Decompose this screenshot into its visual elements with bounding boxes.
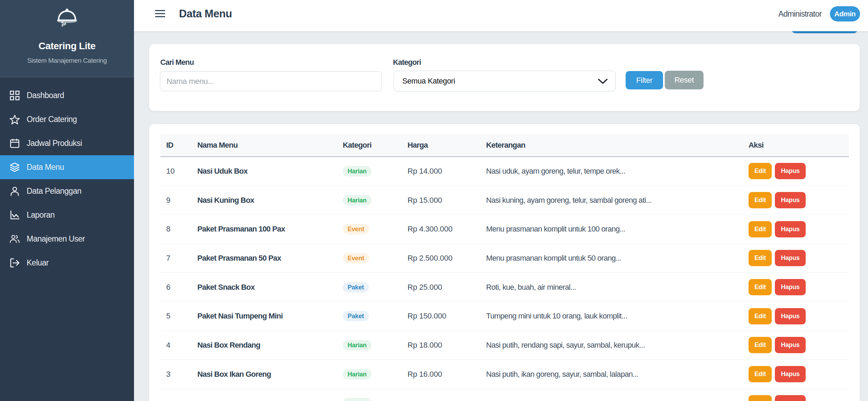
cell-price: Rp 4.300.000 <box>402 225 480 234</box>
sidebar: Catering Lite Sistem Manajemen Catering … <box>0 0 134 401</box>
sidebar-item-manajemen-user[interactable]: Manajemen User <box>0 227 134 251</box>
cell-category: Paket <box>337 311 402 321</box>
column-header-harga: Harga <box>402 141 480 150</box>
table-header-row: ID Nama Menu Kategori Harga Keterangan A… <box>160 134 849 157</box>
column-header-id: ID <box>160 141 191 150</box>
cell-name: Paket Nasi Tumpeng Mini <box>191 312 337 321</box>
delete-button[interactable]: Hapus <box>775 250 806 266</box>
edit-button[interactable]: Edit <box>749 250 772 266</box>
category-badge: Harian <box>343 369 372 380</box>
cell-actions: Edit Hapus <box>743 308 849 324</box>
role-badge: Admin <box>830 6 860 21</box>
sidebar-item-dashboard[interactable]: Dashboard <box>0 84 134 107</box>
cell-actions: Edit Hapus <box>743 221 849 237</box>
grid-icon <box>9 90 20 101</box>
brand-title: Catering Lite <box>0 41 134 52</box>
sidebar-item-order-catering[interactable]: Order Catering <box>0 107 134 131</box>
edit-button[interactable]: Edit <box>749 366 772 382</box>
filter-card: Cari Menu Kategori Semua Kategori Filter… <box>149 44 860 111</box>
filter-button[interactable]: Filter <box>626 71 663 89</box>
cell-name: Nasi Uduk Box <box>191 167 337 176</box>
user-label: Administrator <box>778 9 822 19</box>
cell-category: Harian <box>337 166 402 176</box>
table-row: Harian Edit Hapus <box>160 389 849 401</box>
cell-price: Rp 18.000 <box>402 341 480 350</box>
category-badge: Harian <box>343 340 372 350</box>
delete-button[interactable]: Hapus <box>775 366 806 382</box>
table-row: 8 Paket Prasmanan 100 Pax Event Rp 4.300… <box>160 215 849 244</box>
cell-category: Harian <box>337 340 402 350</box>
cell-id: 4 <box>160 341 191 350</box>
edit-button[interactable]: Edit <box>749 221 772 237</box>
cell-description: Nasi kuning, ayam goreng, telur, sambal … <box>480 196 743 205</box>
cell-name: Nasi Box Rendang <box>191 341 337 350</box>
brand-subtitle: Sistem Manajemen Catering <box>0 57 134 64</box>
category-badge: Event <box>343 253 369 263</box>
cell-name: Paket Prasmanan 50 Pax <box>191 254 337 263</box>
delete-button[interactable]: Hapus <box>775 192 806 208</box>
sidebar-item-jadwal-produksi[interactable]: Jadwal Produksi <box>0 131 134 155</box>
table-row: 3 Nasi Box Ikan Goreng Harian Rp 16.000 … <box>160 360 849 389</box>
edit-button[interactable]: Edit <box>749 192 772 208</box>
cell-price: Rp 14.000 <box>402 167 480 176</box>
layers-icon <box>9 162 20 173</box>
sidebar-item-data-menu[interactable]: Data Menu <box>0 155 134 179</box>
delete-button[interactable]: Hapus <box>775 337 806 353</box>
table-card: ID Nama Menu Kategori Harga Keterangan A… <box>149 124 860 401</box>
cell-description: Nasi uduk, ayam goreng, telur, tempe ore… <box>480 167 743 176</box>
topbar: Data Menu Administrator Admin <box>134 0 868 31</box>
edit-button[interactable]: Edit <box>749 395 772 401</box>
people-icon <box>9 234 20 244</box>
cell-id: 6 <box>160 283 191 292</box>
cell-price: Rp 150.000 <box>402 312 480 321</box>
reset-button[interactable]: Reset <box>665 71 704 89</box>
cell-category: Harian <box>337 398 402 401</box>
cell-price: Rp 16.000 <box>402 370 480 379</box>
cell-description: Menu prasmanan komplit untuk 100 orang..… <box>480 225 743 234</box>
table-body: 10 Nasi Uduk Box Harian Rp 14.000 Nasi u… <box>160 157 849 401</box>
category-badge: Harian <box>343 166 372 176</box>
cell-name: Nasi Box Ikan Goreng <box>191 370 337 379</box>
table-row: 5 Paket Nasi Tumpeng Mini Paket Rp 150.0… <box>160 302 849 331</box>
table-row: 6 Paket Snack Box Paket Rp 25.000 Roti, … <box>160 273 849 302</box>
hamburger-menu-icon[interactable] <box>155 10 165 17</box>
category-badge: Event <box>343 224 369 234</box>
cell-category: Paket <box>337 282 402 293</box>
chevron-down-icon <box>598 79 608 84</box>
menu-table: ID Nama Menu Kategori Harga Keterangan A… <box>160 134 849 401</box>
sidebar-item-laporan[interactable]: Laporan <box>0 203 134 227</box>
star-icon <box>9 114 20 125</box>
cell-id: 10 <box>160 167 191 176</box>
column-header-aksi: Aksi <box>743 141 849 150</box>
sidebar-menu: Dashboard Order Catering Jadwal Produksi… <box>0 77 134 275</box>
cell-name: Paket Snack Box <box>191 283 337 292</box>
category-badge: Harian <box>343 398 372 401</box>
edit-button[interactable]: Edit <box>749 279 772 295</box>
category-select[interactable]: Semua Kategori <box>394 71 616 91</box>
delete-button[interactable]: Hapus <box>775 308 806 324</box>
column-header-nama-menu: Nama Menu <box>191 141 337 150</box>
person-icon <box>9 186 20 197</box>
cell-name: Paket Prasmanan 100 Pax <box>191 225 337 234</box>
edit-button[interactable]: Edit <box>749 337 772 353</box>
cell-price: Rp 2.500.000 <box>402 254 480 263</box>
category-badge: Harian <box>343 195 372 206</box>
cell-actions: Edit Hapus <box>743 337 849 353</box>
cell-actions: Edit Hapus <box>743 192 849 208</box>
cell-id: 3 <box>160 370 191 379</box>
search-input[interactable] <box>160 71 382 91</box>
sidebar-item-data-pelanggan[interactable]: Data Pelanggan <box>0 179 134 203</box>
sidebar-item-keluar[interactable]: Keluar <box>0 251 134 275</box>
table-row: 9 Nasi Kuning Box Harian Rp 15.000 Nasi … <box>160 186 849 215</box>
edit-button[interactable]: Edit <box>749 163 772 179</box>
table-row: 4 Nasi Box Rendang Harian Rp 18.000 Nasi… <box>160 331 849 360</box>
cell-category: Harian <box>337 195 402 206</box>
delete-button[interactable]: Hapus <box>775 279 806 295</box>
delete-button[interactable]: Hapus <box>775 221 806 237</box>
cell-id: 8 <box>160 225 191 234</box>
edit-button[interactable]: Edit <box>749 308 772 324</box>
calendar-icon <box>9 138 20 149</box>
delete-button[interactable]: Hapus <box>775 163 806 179</box>
delete-button[interactable]: Hapus <box>775 395 806 401</box>
cell-id: 9 <box>160 196 191 205</box>
